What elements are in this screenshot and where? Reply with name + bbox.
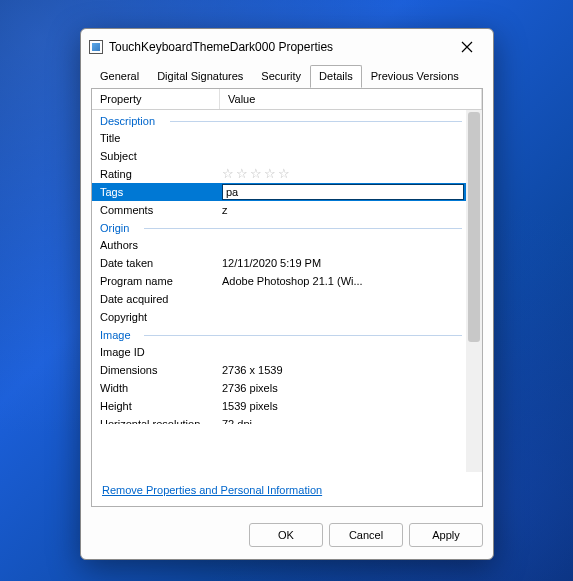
details-panel: Property Value DescriptionTitleSubjectRa… bbox=[91, 88, 483, 507]
property-value bbox=[220, 184, 466, 200]
property-row[interactable]: Dimensions2736 x 1539 bbox=[92, 361, 482, 379]
property-name: Rating bbox=[92, 166, 220, 182]
group-header: Image bbox=[92, 326, 482, 343]
property-row[interactable]: Tags bbox=[92, 183, 482, 201]
property-value: 1539 pixels bbox=[220, 398, 466, 414]
tab-security[interactable]: Security bbox=[252, 65, 310, 88]
property-row[interactable]: Width2736 pixels bbox=[92, 379, 482, 397]
grid-header: Property Value bbox=[92, 89, 482, 110]
scrollbar[interactable] bbox=[466, 110, 482, 472]
column-property[interactable]: Property bbox=[92, 89, 220, 109]
property-row[interactable]: Program nameAdobe Photoshop 21.1 (Wi... bbox=[92, 272, 482, 290]
property-value: Adobe Photoshop 21.1 (Wi... bbox=[220, 273, 466, 289]
property-name: Width bbox=[92, 380, 220, 396]
property-value bbox=[220, 309, 466, 325]
property-name: Subject bbox=[92, 148, 220, 164]
property-row[interactable]: Subject bbox=[92, 147, 482, 165]
property-row[interactable]: Image ID bbox=[92, 343, 482, 361]
file-icon bbox=[89, 40, 103, 54]
property-name: Date taken bbox=[92, 255, 220, 271]
tags-input[interactable] bbox=[222, 184, 464, 200]
property-value bbox=[220, 344, 466, 360]
property-name: Image ID bbox=[92, 344, 220, 360]
group-header: Description bbox=[92, 112, 482, 129]
property-row[interactable]: Date acquired bbox=[92, 290, 482, 308]
property-name: Dimensions bbox=[92, 362, 220, 378]
property-row[interactable]: Commentsz bbox=[92, 201, 482, 219]
property-row[interactable]: Copyright bbox=[92, 308, 482, 326]
remove-properties-link[interactable]: Remove Properties and Personal Informati… bbox=[102, 484, 322, 496]
property-name: Date acquired bbox=[92, 291, 220, 307]
property-value: 2736 pixels bbox=[220, 380, 466, 396]
property-row[interactable]: Date taken12/11/2020 5:19 PM bbox=[92, 254, 482, 272]
property-value bbox=[220, 291, 466, 307]
property-name: Comments bbox=[92, 202, 220, 218]
property-name: Program name bbox=[92, 273, 220, 289]
property-name: Horizontal resolution bbox=[92, 416, 220, 423]
properties-dialog: TouchKeyboardThemeDark000 Properties Gen… bbox=[80, 28, 494, 560]
property-value: 12/11/2020 5:19 PM bbox=[220, 255, 466, 271]
grid-body: DescriptionTitleSubjectRating☆☆☆☆☆TagsCo… bbox=[92, 110, 482, 472]
apply-button[interactable]: Apply bbox=[409, 523, 483, 547]
scroll-thumb[interactable] bbox=[468, 112, 480, 342]
titlebar: TouchKeyboardThemeDark000 Properties bbox=[81, 29, 493, 65]
property-name: Authors bbox=[92, 237, 220, 253]
property-name: Title bbox=[92, 130, 220, 146]
property-name: Tags bbox=[92, 184, 220, 200]
property-name: Height bbox=[92, 398, 220, 414]
column-value[interactable]: Value bbox=[220, 89, 482, 109]
property-value: 2736 x 1539 bbox=[220, 362, 466, 378]
link-row: Remove Properties and Personal Informati… bbox=[92, 472, 482, 506]
close-icon bbox=[461, 41, 473, 53]
property-value bbox=[220, 237, 466, 253]
dialog-buttons: OK Cancel Apply bbox=[81, 515, 493, 559]
tab-strip: General Digital Signatures Security Deta… bbox=[81, 65, 493, 89]
property-value bbox=[220, 130, 466, 146]
property-row[interactable]: Authors bbox=[92, 236, 482, 254]
property-name: Copyright bbox=[92, 309, 220, 325]
tab-general[interactable]: General bbox=[91, 65, 148, 88]
tab-digital-signatures[interactable]: Digital Signatures bbox=[148, 65, 252, 88]
tab-details[interactable]: Details bbox=[310, 65, 362, 88]
property-value: z bbox=[220, 202, 466, 218]
property-value: 72 dpi bbox=[220, 416, 466, 423]
property-row[interactable]: Height1539 pixels bbox=[92, 397, 482, 415]
property-value: ☆☆☆☆☆ bbox=[220, 166, 466, 182]
property-value bbox=[220, 148, 466, 164]
group-header: Origin bbox=[92, 219, 482, 236]
ok-button[interactable]: OK bbox=[249, 523, 323, 547]
window-title: TouchKeyboardThemeDark000 Properties bbox=[109, 40, 449, 54]
rating-stars[interactable]: ☆☆☆☆☆ bbox=[222, 166, 292, 181]
close-button[interactable] bbox=[449, 33, 485, 61]
cancel-button[interactable]: Cancel bbox=[329, 523, 403, 547]
property-row[interactable]: Horizontal resolution72 dpi bbox=[92, 415, 482, 424]
property-row[interactable]: Rating☆☆☆☆☆ bbox=[92, 165, 482, 183]
property-row[interactable]: Title bbox=[92, 129, 482, 147]
tab-previous-versions[interactable]: Previous Versions bbox=[362, 65, 468, 88]
